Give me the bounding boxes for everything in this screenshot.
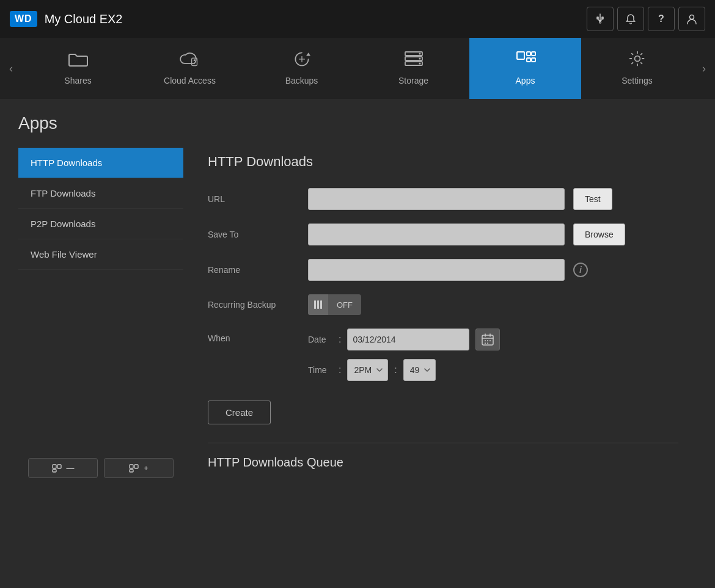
toggle-line-1 [314, 300, 316, 309]
url-input[interactable] [308, 188, 565, 210]
tab-settings-label: Settings [622, 76, 653, 85]
nav-prev-arrow[interactable]: ‹ [0, 38, 22, 99]
tab-backups-label: Backups [285, 76, 318, 85]
svg-point-1 [690, 15, 694, 20]
svg-point-8 [419, 58, 420, 60]
svg-point-26 [485, 343, 486, 344]
sidebar-bottom: — + [18, 448, 183, 488]
svg-point-25 [490, 340, 491, 341]
toggle-state-label: OFF [328, 294, 361, 315]
detail-title: HTTP Downloads [208, 154, 678, 170]
test-button[interactable]: Test [573, 188, 612, 210]
time-minute-select[interactable]: 49 [403, 359, 436, 381]
tab-apps[interactable]: Apps [469, 38, 581, 99]
url-label: URL [208, 194, 299, 204]
apps-icon [515, 49, 537, 71]
sidebar-item-http-downloads[interactable]: HTTP Downloads [18, 148, 183, 178]
backups-icon [291, 49, 313, 71]
tab-backups[interactable]: Backups [246, 38, 358, 99]
settings-icon [626, 49, 648, 71]
date-colon: : [339, 334, 341, 345]
remove-app-button[interactable]: — [28, 458, 98, 478]
usb-button[interactable] [587, 7, 614, 31]
nav-bar: ‹ Shares Cloud Access [0, 38, 715, 99]
app-title: My Cloud EX2 [45, 12, 123, 26]
url-row: URL Test [208, 188, 678, 210]
browse-button[interactable]: Browse [573, 223, 625, 245]
when-row: When Date : [208, 328, 678, 381]
svg-rect-20 [134, 465, 138, 468]
sidebar: HTTP Downloads FTP Downloads P2P Downloa… [18, 148, 183, 488]
tab-cloud-access-label: Cloud Access [164, 76, 216, 85]
svg-point-3 [193, 59, 195, 61]
recurring-backup-label: Recurring Backup [208, 300, 299, 310]
page-content: Apps HTTP Downloads FTP Downloads P2P Do… [0, 99, 715, 503]
toggle-line-2 [317, 300, 319, 309]
tab-apps-label: Apps [516, 76, 535, 85]
time-separator: : [394, 365, 397, 376]
svg-point-27 [487, 343, 488, 344]
detail-panel: HTTP Downloads URL Test Save To Browse R… [183, 148, 697, 488]
tab-cloud-access[interactable]: Cloud Access [134, 38, 246, 99]
header-left: WD My Cloud EX2 [10, 11, 123, 27]
date-label: Date [308, 335, 332, 344]
time-label: Time [308, 365, 332, 375]
when-fields: Date : [308, 328, 500, 381]
tab-settings[interactable]: Settings [581, 38, 693, 99]
toggle-line-3 [320, 300, 322, 309]
storage-icon [403, 49, 425, 71]
svg-rect-14 [532, 58, 535, 62]
sidebar-item-ftp-downloads[interactable]: FTP Downloads [18, 178, 183, 209]
when-label: When [208, 328, 299, 343]
tab-shares[interactable]: Shares [22, 38, 134, 99]
add-app-label: + [144, 463, 148, 473]
save-to-input[interactable] [308, 223, 565, 245]
svg-rect-10 [517, 52, 524, 59]
recurring-backup-toggle[interactable]: OFF [308, 294, 361, 315]
rename-row: Rename i [208, 259, 678, 281]
tab-storage[interactable]: Storage [358, 38, 469, 99]
svg-rect-11 [527, 52, 530, 56]
svg-point-24 [487, 340, 488, 341]
time-row: Time : 2PM : 49 [308, 359, 500, 381]
time-hour-select[interactable]: 2PM [347, 359, 388, 381]
cloud-access-icon [179, 49, 201, 71]
divider [208, 443, 678, 443]
svg-point-7 [419, 53, 420, 55]
tab-storage-label: Storage [398, 76, 428, 85]
user-button[interactable] [678, 7, 705, 31]
svg-rect-18 [53, 470, 56, 472]
save-to-row: Save To Browse [208, 223, 678, 245]
header-right: ? [587, 7, 705, 31]
save-to-label: Save To [208, 230, 299, 239]
notifications-button[interactable] [617, 7, 644, 31]
rename-info-icon[interactable]: i [573, 263, 588, 277]
time-minute-value: 49 [410, 365, 420, 375]
recurring-backup-row: Recurring Backup OFF [208, 294, 678, 315]
date-input[interactable] [347, 328, 469, 350]
svg-rect-16 [53, 465, 56, 468]
rename-label: Rename [208, 265, 299, 275]
rename-input[interactable] [308, 259, 565, 281]
nav-next-arrow[interactable]: › [693, 38, 715, 99]
svg-point-15 [634, 56, 640, 62]
remove-app-label: — [67, 463, 75, 473]
svg-rect-12 [527, 58, 530, 62]
page-title: Apps [18, 114, 697, 133]
add-app-button[interactable]: + [104, 458, 174, 478]
date-row: Date : [308, 328, 500, 350]
tab-shares-label: Shares [64, 76, 91, 85]
time-hour-value: 2PM [354, 365, 372, 375]
sidebar-item-web-file-viewer[interactable]: Web File Viewer [18, 239, 183, 270]
calendar-button[interactable] [475, 328, 500, 350]
header: WD My Cloud EX2 ? [0, 0, 715, 38]
svg-point-9 [419, 63, 420, 65]
sidebar-item-p2p-downloads[interactable]: P2P Downloads [18, 209, 183, 239]
create-button[interactable]: Create [208, 401, 271, 424]
help-button[interactable]: ? [648, 7, 675, 31]
nav-tabs: Shares Cloud Access Backup [22, 38, 693, 99]
queue-title: HTTP Downloads Queue [208, 456, 678, 470]
svg-rect-17 [57, 465, 61, 468]
shares-icon [67, 49, 89, 71]
main-layout: HTTP Downloads FTP Downloads P2P Downloa… [18, 148, 697, 488]
